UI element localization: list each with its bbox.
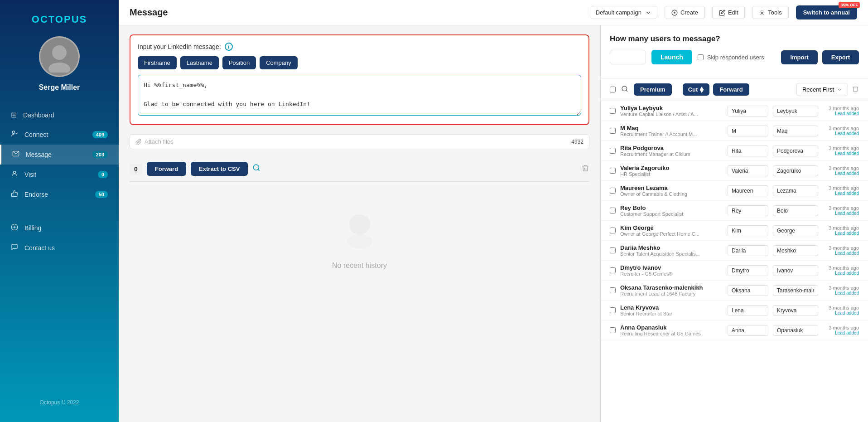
sidebar-item-dashboard[interactable]: ⊞ Dashboard — [0, 105, 119, 125]
sidebar-item-endorse[interactable]: Endorse 50 — [0, 184, 119, 204]
user-firstname-input[interactable] — [728, 285, 768, 296]
svg-point-10 — [254, 165, 259, 170]
user-firstname-input[interactable] — [728, 146, 768, 156]
sidebar-item-contact[interactable]: Contact us — [0, 238, 119, 258]
user-lastname-input[interactable] — [773, 106, 818, 116]
search-button[interactable] — [252, 164, 260, 174]
user-firstname-input[interactable] — [728, 126, 768, 136]
tag-lastname[interactable]: Lastname — [180, 56, 219, 69]
user-checkbox[interactable] — [610, 208, 616, 213]
table-row: Valeria Zagoruiko HR Specialist 3 months… — [601, 161, 868, 181]
user-checkbox[interactable] — [610, 267, 616, 273]
user-time: 3 months ago Lead added — [823, 245, 859, 256]
user-time: 3 months ago Lead added — [823, 285, 859, 296]
user-info: Yuliya Leybyuk Venture Capital Liaison /… — [620, 105, 723, 117]
user-checkbox[interactable] — [610, 228, 616, 233]
user-lastname-input[interactable] — [773, 305, 818, 316]
sidebar-item-visit[interactable]: Visit 0 — [0, 165, 119, 184]
premium-button[interactable]: Premium — [634, 83, 672, 96]
user-lastname-input[interactable] — [773, 285, 818, 296]
user-info: Rita Podgorova Recruitment Manager at Ci… — [620, 145, 723, 157]
attach-label: Attach files — [135, 138, 174, 145]
campaign-selector[interactable]: Default campaign — [590, 6, 657, 19]
user-time: 3 months ago Lead added — [823, 205, 859, 216]
topbar: Message Default campaign Create Edit Too… — [119, 0, 868, 25]
user-firstname-input[interactable] — [728, 305, 768, 316]
filter-search-button[interactable] — [619, 83, 630, 96]
endorse-icon — [11, 190, 18, 199]
user-firstname-input[interactable] — [728, 165, 768, 176]
import-button[interactable]: Import — [781, 50, 817, 64]
info-icon[interactable]: i — [225, 43, 233, 51]
right-panel-header: How many users to message? Launch Skip r… — [601, 34, 868, 78]
tag-position[interactable]: Position — [222, 56, 256, 69]
user-checkbox[interactable] — [610, 327, 616, 333]
user-firstname-input[interactable] — [728, 205, 768, 216]
tools-button[interactable]: Tools — [752, 6, 788, 19]
tag-company[interactable]: Company — [260, 56, 298, 69]
select-all-checkbox[interactable] — [610, 87, 616, 92]
user-info: Rey Bolo Customer Support Specialist — [620, 204, 723, 217]
user-lastname-input[interactable] — [773, 165, 818, 176]
cut-button[interactable]: Cut — [683, 83, 710, 96]
skip-row: Skip responded users — [698, 54, 776, 61]
user-firstname-input[interactable] — [728, 185, 768, 196]
message-textarea[interactable]: Hi %%first_name%%, Glad to be connected … — [138, 75, 581, 116]
sidebar: OCTOPUS Serge Miller ⊞ Dashboard Connect… — [0, 0, 119, 422]
user-lastname-input[interactable] — [773, 185, 818, 196]
user-lastname-input[interactable] — [773, 245, 818, 256]
user-info: Valeria Zagoruiko HR Specialist — [620, 165, 723, 177]
sidebar-item-connect[interactable]: Connect 409 — [0, 125, 119, 145]
sidebar-item-message[interactable]: Message 203 — [0, 145, 119, 165]
delete-button[interactable] — [581, 164, 589, 174]
user-checkbox[interactable] — [610, 287, 616, 293]
user-lastname-input[interactable] — [773, 325, 818, 336]
user-checkbox[interactable] — [610, 247, 616, 253]
user-firstname-input[interactable] — [728, 245, 768, 256]
user-firstname-input[interactable] — [728, 225, 768, 236]
extract-csv-button[interactable]: Extract to CSV — [191, 162, 248, 176]
user-info: Kim George Owner at George Perfect Home … — [620, 224, 723, 237]
export-button[interactable]: Export — [822, 50, 859, 64]
tag-firstname[interactable]: Firstname — [138, 56, 177, 69]
off-badge: 35% OFF — [839, 2, 860, 8]
user-title: Owner of Cannabis & Clothing — [620, 191, 723, 197]
user-name: Rey Bolo — [620, 204, 723, 211]
recent-first-dropdown[interactable]: Recent First — [796, 83, 848, 96]
user-lastname-input[interactable] — [773, 225, 818, 236]
attach-row: Attach files 4932 — [130, 134, 589, 149]
user-firstname-input[interactable] — [728, 325, 768, 336]
user-checkbox[interactable] — [610, 168, 616, 174]
forward-filter-button[interactable]: Forward — [713, 83, 749, 96]
left-panel: Input your LinkedIn message: i Firstname… — [119, 25, 601, 422]
user-firstname-input[interactable] — [728, 106, 768, 116]
user-checkbox[interactable] — [610, 188, 616, 194]
user-lastname-input[interactable] — [773, 205, 818, 216]
user-checkbox[interactable] — [610, 148, 616, 154]
launch-input[interactable] — [610, 50, 646, 64]
skip-checkbox[interactable] — [698, 54, 704, 60]
user-time: 3 months ago Lead added — [823, 106, 859, 116]
user-firstname-input[interactable] — [728, 265, 768, 276]
sidebar-item-billing[interactable]: Billing — [0, 218, 119, 238]
filter-delete-button[interactable] — [852, 85, 859, 94]
action-bar: 0 Forward Extract to CSV — [130, 156, 589, 182]
user-name: Maureen Lezama — [620, 184, 723, 191]
message-icon — [12, 150, 19, 159]
user-checkbox[interactable] — [610, 108, 616, 114]
user-time: 3 months ago Lead added — [823, 165, 859, 176]
svg-point-1 — [48, 63, 70, 73]
user-checkbox[interactable] — [610, 128, 616, 134]
switch-annual-button[interactable]: 35% OFF Switch to annual — [796, 5, 857, 19]
message-section: Input your LinkedIn message: i Firstname… — [130, 34, 589, 125]
user-checkbox[interactable] — [610, 307, 616, 313]
user-lastname-input[interactable] — [773, 265, 818, 276]
create-button[interactable]: Create — [665, 6, 705, 19]
edit-button[interactable]: Edit — [712, 6, 745, 19]
user-lastname-input[interactable] — [773, 146, 818, 156]
launch-button[interactable]: Launch — [651, 50, 692, 64]
user-lastname-input[interactable] — [773, 126, 818, 136]
forward-button[interactable]: Forward — [147, 162, 186, 176]
user-time: 3 months ago Lead added — [823, 126, 859, 136]
billing-icon — [11, 223, 18, 233]
